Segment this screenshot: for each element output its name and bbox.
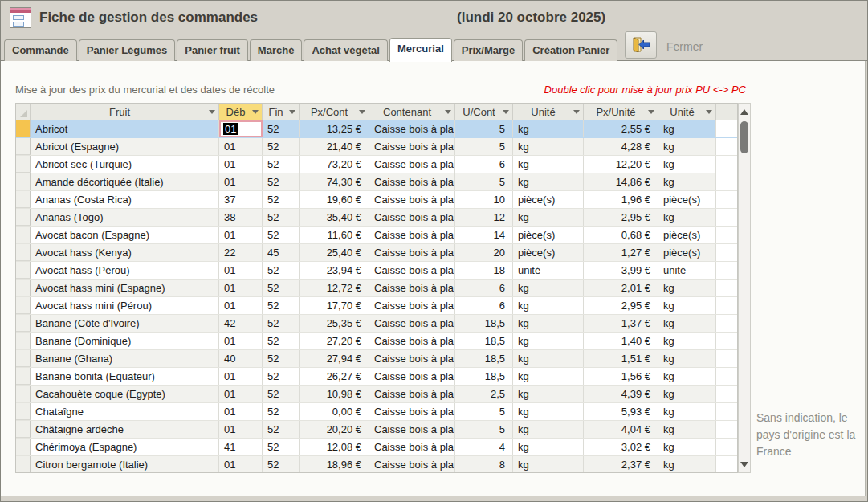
cell-fruit[interactable]: Châtaigne ardèche [31, 421, 219, 438]
cell-deb[interactable]: 22 [219, 244, 263, 261]
cell-unite[interactable]: kg [513, 138, 584, 155]
cell-unite[interactable]: kg [513, 297, 584, 314]
cell-px_unite[interactable]: 3,02 € [584, 439, 658, 455]
cell-deb[interactable]: 01 [219, 262, 263, 279]
cell-u_cont[interactable]: 14 [455, 227, 513, 243]
cell-px_unite[interactable]: 5,93 € [584, 403, 658, 420]
tab-panier-legumes[interactable]: Panier Légumes [79, 39, 175, 61]
cell-px_cont[interactable]: 19,60 € [300, 191, 369, 208]
cell-unite2[interactable]: pièce(s) [658, 191, 716, 208]
cell-u_cont[interactable]: 5 [455, 120, 513, 137]
cell-fin[interactable]: 52 [263, 403, 300, 420]
cell-px_cont[interactable]: 12,72 € [300, 280, 369, 296]
cell-unite[interactable]: kg [513, 403, 584, 420]
cell-contenant[interactable]: Caisse bois à pla [369, 368, 455, 385]
cell-u_cont[interactable]: 2,5 [455, 386, 513, 402]
scrollbar-thumb[interactable] [740, 121, 748, 153]
cell-u_cont[interactable]: 18,5 [455, 315, 513, 332]
cell-unite2[interactable]: unité [658, 262, 716, 279]
cell-unite2[interactable]: kg [658, 173, 716, 190]
row-selector[interactable] [16, 456, 31, 473]
cell-unite[interactable]: kg [513, 333, 584, 349]
filter-dropdown-icon[interactable] [706, 110, 712, 114]
cell-unite[interactable]: kg [513, 456, 584, 473]
cell-px_cont[interactable]: 10,98 € [300, 386, 369, 402]
row-selector[interactable] [16, 262, 31, 279]
tab-marche[interactable]: Marché [250, 39, 303, 61]
cell-fin[interactable]: 52 [263, 280, 300, 296]
select-all-corner[interactable] [16, 104, 31, 120]
cell-deb[interactable]: 01 [219, 156, 263, 173]
cell-fruit[interactable]: Chataîgne [31, 403, 219, 420]
cell-fruit[interactable]: Banane (Dominique) [31, 333, 219, 349]
cell-contenant[interactable]: Caisse bois à pla [369, 333, 455, 349]
cell-unite2[interactable]: kg [658, 439, 716, 455]
row-selector[interactable] [16, 439, 31, 455]
cell-fruit[interactable]: Abricot [31, 120, 219, 137]
filter-dropdown-icon[interactable] [445, 110, 451, 114]
cell-contenant[interactable]: Caisse bois à pla [369, 138, 455, 155]
cell-contenant[interactable]: Caisse bois à pla [369, 315, 455, 332]
cell-fruit[interactable]: Avocat hass (Pérou) [31, 262, 219, 279]
cell-contenant[interactable]: Caisse bois à pla [369, 227, 455, 243]
row-selector[interactable] [16, 138, 31, 155]
cell-u_cont[interactable]: 10 [455, 191, 513, 208]
cell-unite[interactable]: kg [513, 173, 584, 190]
cell-unite2[interactable]: kg [658, 368, 716, 385]
tab-prix-marge[interactable]: Prix/Marge [454, 39, 523, 61]
column-header-u-cont-u_cont[interactable]: U/Cont [455, 104, 513, 120]
cell-fruit[interactable]: Citron bergamote (Italie) [31, 456, 219, 473]
cell-deb[interactable]: 01 [219, 456, 263, 473]
cell-fruit[interactable]: Chérimoya (Espagne) [31, 439, 219, 455]
cell-fruit[interactable]: Ananas (Costa Rica) [31, 191, 219, 208]
cell-px_unite[interactable]: 2,01 € [584, 280, 658, 296]
cell-u_cont[interactable]: 18,5 [455, 350, 513, 367]
cell-deb[interactable]: 01 [219, 403, 263, 420]
cell-deb[interactable]: 01 [219, 138, 263, 155]
cell-unite2[interactable]: kg [658, 315, 716, 332]
column-header-fruit-fruit[interactable]: Fruit [31, 104, 219, 120]
cell-u_cont[interactable]: 5 [455, 138, 513, 155]
tab-commande[interactable]: Commande [4, 39, 77, 61]
cell-unite2[interactable]: kg [658, 138, 716, 155]
cell-deb[interactable]: 01 [219, 280, 263, 296]
cell-u_cont[interactable]: 6 [455, 280, 513, 296]
cell-px_unite[interactable]: 1,96 € [584, 191, 658, 208]
cell-unite[interactable]: kg [513, 280, 584, 296]
cell-u_cont[interactable]: 18,5 [455, 368, 513, 385]
cell-fruit[interactable]: Abricot (Espagne) [31, 138, 219, 155]
cell-fruit[interactable]: Banane bonita (Equateur) [31, 368, 219, 385]
cell-px_unite[interactable]: 4,04 € [584, 421, 658, 438]
cell-fin[interactable]: 52 [263, 315, 300, 332]
cell-px_cont[interactable]: 11,60 € [300, 227, 369, 243]
filter-dropdown-icon[interactable] [648, 110, 654, 114]
cell-px_cont[interactable]: 0,00 € [300, 403, 369, 420]
cell-unite2[interactable]: kg [658, 209, 716, 226]
column-header-fin-fin[interactable]: Fin [263, 104, 300, 120]
cell-deb[interactable]: 01 [219, 421, 263, 438]
cell-fruit[interactable]: Avocat hass mini (Pérou) [31, 297, 219, 314]
cell-unite2[interactable]: pièce(s) [658, 244, 716, 261]
cell-px_unite[interactable]: 1,56 € [584, 368, 658, 385]
tab-achat-vegetal[interactable]: Achat végétal [304, 39, 388, 61]
cell-u_cont[interactable]: 6 [455, 297, 513, 314]
cell-contenant[interactable]: Caisse bois à pla [369, 421, 455, 438]
column-header-px-unite-px_unite[interactable]: Px/Unité [584, 104, 658, 120]
cell-unite[interactable]: kg [513, 439, 584, 455]
cell-unite[interactable]: pièce(s) [513, 244, 584, 261]
cell-contenant[interactable]: Caisse bois à pla [369, 156, 455, 173]
cell-unite[interactable]: kg [513, 386, 584, 402]
cell-unite[interactable]: kg [513, 421, 584, 438]
cell-deb[interactable]: 01 [219, 173, 263, 190]
cell-px_cont[interactable]: 12,08 € [300, 439, 369, 455]
cell-contenant[interactable]: Caisse bois à pla [369, 386, 455, 402]
row-selector[interactable] [16, 315, 31, 332]
cell-fruit[interactable]: Ananas (Togo) [31, 209, 219, 226]
filter-dropdown-icon[interactable] [252, 110, 259, 114]
cell-px_cont[interactable]: 17,70 € [300, 297, 369, 314]
cell-deb[interactable]: 38 [219, 209, 263, 226]
cell-contenant[interactable]: Caisse bois à pla [369, 173, 455, 190]
row-selector[interactable] [16, 403, 31, 420]
cell-unite2[interactable]: kg [658, 386, 716, 402]
cell-px_cont[interactable]: 73,20 € [300, 156, 369, 173]
